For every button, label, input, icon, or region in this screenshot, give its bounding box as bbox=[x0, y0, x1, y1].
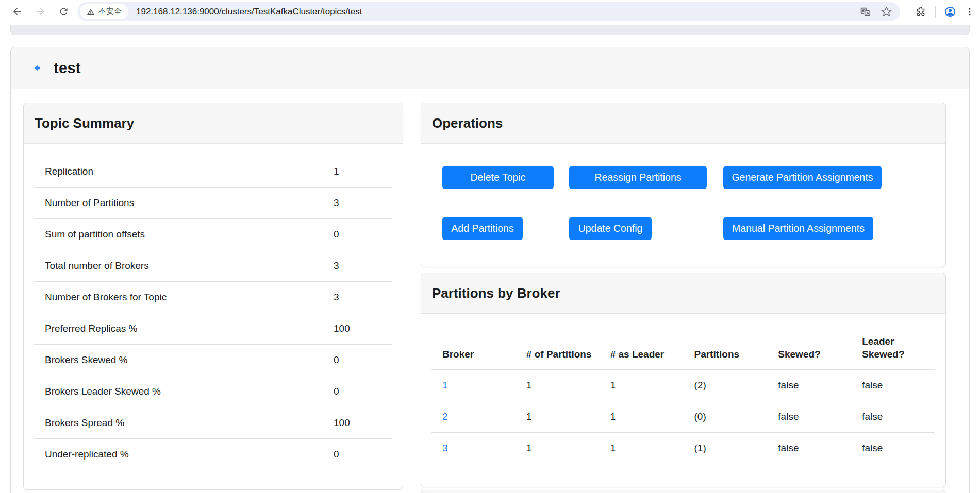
column-header: # of Partitions bbox=[516, 326, 600, 370]
summary-label: Sum of partition offsets bbox=[34, 219, 334, 250]
table-row: Total number of Brokers3 bbox=[34, 250, 392, 282]
table-row: Brokers Spread %100 bbox=[34, 407, 392, 439]
topic-summary-card: Topic Summary Replication1 Number of Par… bbox=[23, 103, 403, 490]
operations-title: Operations bbox=[421, 103, 945, 144]
summary-label: Brokers Leader Skewed % bbox=[34, 376, 334, 407]
cell: false bbox=[767, 401, 851, 433]
cell: false bbox=[851, 401, 935, 433]
page-title: test bbox=[54, 60, 81, 77]
summary-label: Preferred Replicas % bbox=[34, 313, 334, 345]
partitions-by-broker-card: Partitions by Broker Broker # of Partiti… bbox=[421, 273, 946, 487]
column-header: Partitions bbox=[683, 326, 767, 370]
broker-link[interactable]: 2 bbox=[442, 411, 448, 422]
cell: 1 bbox=[516, 433, 600, 464]
summary-value: 3 bbox=[334, 282, 392, 313]
column-header: Leader Skewed? bbox=[851, 326, 935, 370]
table-row: Sum of partition offsets0 bbox=[34, 219, 392, 250]
forward-icon[interactable] bbox=[34, 5, 46, 18]
divider bbox=[935, 6, 936, 18]
table-row: Delete Topic Reassign Partitions Generat… bbox=[431, 156, 935, 210]
warning-icon bbox=[87, 8, 95, 16]
table-row: 1 1 1 (2) false false bbox=[431, 370, 935, 401]
cell: false bbox=[851, 370, 935, 401]
url-text: 192.168.12.136:9000/clusters/TestKafkaCl… bbox=[136, 7, 362, 17]
delete-topic-button[interactable]: Delete Topic bbox=[442, 166, 554, 189]
summary-label: Brokers Skewed % bbox=[34, 345, 334, 376]
cell: (0) bbox=[683, 401, 767, 433]
cell: (2) bbox=[683, 370, 767, 401]
broker-link[interactable]: 1 bbox=[442, 380, 448, 390]
page-content: test Topic Summary Replication1 Number o… bbox=[0, 23, 980, 493]
table-row: 3 1 1 (1) false false bbox=[431, 433, 935, 464]
reload-icon[interactable] bbox=[57, 5, 70, 18]
table-row: 2 1 1 (0) false false bbox=[431, 401, 935, 433]
cell: 1 bbox=[516, 401, 600, 433]
summary-value: 0 bbox=[334, 439, 392, 470]
table-row: Add Partitions Update Config Manual Part… bbox=[431, 210, 935, 251]
column-header: Skewed? bbox=[767, 326, 851, 370]
summary-label: Under-replicated % bbox=[34, 439, 334, 470]
generate-partition-assignments-button[interactable]: Generate Partition Assignments bbox=[723, 166, 882, 189]
topic-page-header: test bbox=[11, 47, 969, 89]
operations-table: Delete Topic Reassign Partitions Generat… bbox=[431, 156, 935, 250]
summary-value: 1 bbox=[334, 156, 392, 188]
table-row: Under-replicated %0 bbox=[34, 439, 392, 470]
cell: 1 bbox=[600, 401, 684, 433]
security-chip[interactable]: 不安全 bbox=[80, 4, 128, 19]
summary-value: 3 bbox=[334, 250, 392, 282]
cell: false bbox=[767, 370, 851, 401]
table-row: Brokers Leader Skewed %0 bbox=[34, 376, 392, 407]
column-header: # as Leader bbox=[600, 326, 684, 370]
summary-value: 0 bbox=[334, 376, 392, 407]
reassign-partitions-button[interactable]: Reassign Partitions bbox=[569, 166, 707, 189]
summary-label: Brokers Spread % bbox=[34, 407, 334, 439]
summary-value: 0 bbox=[334, 345, 392, 376]
topic-summary-title: Topic Summary bbox=[24, 103, 403, 144]
cell: false bbox=[767, 433, 851, 464]
table-row: Brokers Skewed %0 bbox=[34, 345, 392, 376]
broker-link[interactable]: 3 bbox=[442, 443, 448, 453]
summary-label: Number of Brokers for Topic bbox=[34, 282, 334, 313]
partitions-by-broker-title: Partitions by Broker bbox=[421, 273, 945, 314]
menu-kebab-icon[interactable] bbox=[965, 7, 975, 17]
url-bar[interactable]: 不安全 192.168.12.136:9000/clusters/TestKaf… bbox=[77, 2, 900, 21]
cell: 1 bbox=[516, 370, 600, 401]
back-icon[interactable] bbox=[11, 5, 23, 18]
operations-card: Operations Delete Topic Reassign Partiti… bbox=[421, 103, 946, 267]
table-row: Replication1 bbox=[34, 156, 392, 188]
table-row: Number of Partitions3 bbox=[34, 188, 392, 219]
topic-summary-table: Replication1 Number of Partitions3 Sum o… bbox=[34, 156, 392, 470]
next-card-partial bbox=[421, 490, 946, 493]
summary-value: 100 bbox=[334, 313, 392, 345]
profile-avatar-icon[interactable] bbox=[944, 6, 956, 18]
update-config-button[interactable]: Update Config bbox=[569, 217, 652, 240]
translate-icon[interactable] bbox=[860, 6, 871, 17]
summary-value: 3 bbox=[334, 188, 392, 219]
summary-label: Number of Partitions bbox=[34, 188, 334, 219]
table-row: Number of Brokers for Topic3 bbox=[34, 282, 392, 313]
cell: (1) bbox=[683, 433, 767, 464]
column-header: Broker bbox=[431, 326, 516, 370]
back-arrow-icon[interactable] bbox=[32, 63, 42, 73]
table-header-row: Broker # of Partitions # as Leader Parti… bbox=[431, 326, 935, 370]
summary-label: Total number of Brokers bbox=[34, 250, 334, 282]
summary-value: 0 bbox=[334, 219, 392, 250]
cell: false bbox=[851, 433, 935, 464]
add-partitions-button[interactable]: Add Partitions bbox=[442, 217, 523, 240]
extensions-icon[interactable] bbox=[916, 6, 927, 18]
navbar-remnant bbox=[10, 25, 970, 35]
security-label: 不安全 bbox=[98, 7, 122, 16]
table-row: Preferred Replicas %100 bbox=[34, 313, 392, 345]
summary-value: 100 bbox=[334, 407, 392, 439]
manual-partition-assignments-button[interactable]: Manual Partition Assignments bbox=[723, 217, 873, 240]
cell: 1 bbox=[600, 370, 684, 401]
browser-chrome: 不安全 192.168.12.136:9000/clusters/TestKaf… bbox=[0, 0, 980, 23]
bookmark-star-icon[interactable] bbox=[881, 6, 892, 17]
cell: 1 bbox=[600, 433, 684, 464]
partitions-by-broker-table: Broker # of Partitions # as Leader Parti… bbox=[431, 326, 935, 464]
summary-label: Replication bbox=[34, 156, 334, 188]
topic-page-card: test Topic Summary Replication1 Number o… bbox=[10, 47, 970, 493]
